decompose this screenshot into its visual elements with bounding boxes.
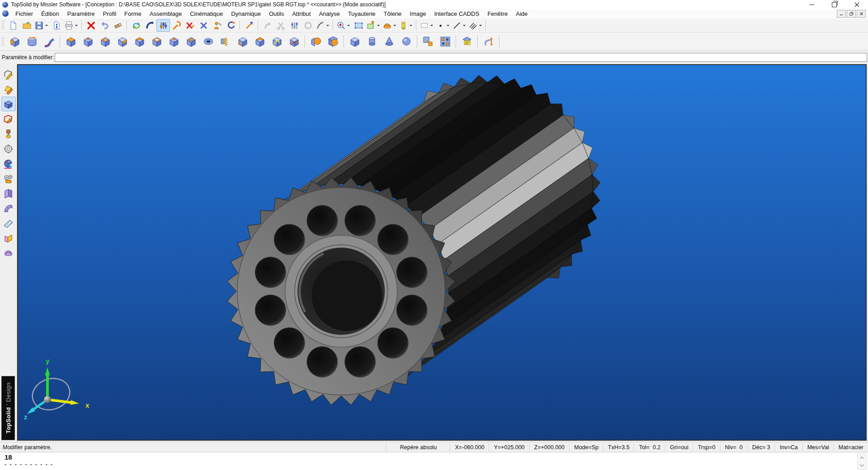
hatch-style-button[interactable] [467,19,484,32]
delete-operation-button[interactable] [184,19,197,32]
boolean-union-button[interactable] [307,33,325,50]
mode-attributes-button[interactable] [1,156,16,171]
menu-interface-cadds[interactable]: Interface CADDS [430,9,483,18]
dropdown-arrow-icon[interactable] [462,19,467,31]
kinematic-measure-button[interactable] [480,33,497,50]
analysis-curvature-button[interactable] [315,19,331,32]
dropdown-arrow-icon[interactable] [392,19,397,31]
mdi-close-button[interactable] [857,10,866,18]
mode-tools-button[interactable] [1,127,16,141]
menu-forme[interactable]: Forme [120,9,146,18]
sew-operation-button[interactable] [269,33,286,50]
detach-operation-button[interactable] [197,19,211,32]
color-style-button[interactable] [419,19,435,32]
3d-scene[interactable]: yxz [18,65,866,440]
menu-cinematique[interactable]: Cinématique [186,9,227,18]
dropdown-arrow-icon[interactable] [346,19,351,31]
save-document-button[interactable] [33,19,50,32]
selection-loop-button[interactable] [301,19,315,32]
primitive-sphere-button[interactable] [398,33,415,50]
point-style-button[interactable] [435,19,451,32]
filter-parameters-button[interactable] [288,19,301,32]
refresh-element-button[interactable] [129,19,143,32]
pocket-operation-button[interactable] [80,33,97,50]
mode-piping-button[interactable] [1,201,16,216]
cut-element-button[interactable] [274,19,288,32]
menu-fenetre[interactable]: Fenêtre [483,9,512,18]
move-copy-button[interactable] [242,19,256,32]
scroll-up-icon[interactable] [859,456,864,460]
draft-operation-button[interactable] [251,33,269,50]
viewport[interactable]: yxz [17,64,867,441]
menu-fichier[interactable]: Fichier [11,9,37,18]
toolbar-grip[interactable] [2,37,4,46]
boss-operation-button[interactable] [183,33,200,50]
hole-operation-button[interactable] [200,33,217,50]
primitive-cylinder-button[interactable] [363,33,381,50]
undo-button[interactable] [98,19,111,32]
pipe-shape-button[interactable] [41,33,58,50]
primitive-cone-button[interactable] [381,33,398,50]
menu-tuyauterie[interactable]: Tuyauterie [344,9,380,18]
mode-unfold-button[interactable] [1,231,16,245]
menu-attribut[interactable]: Attribut [288,9,315,18]
duplicate-shape-button[interactable] [420,33,437,50]
rib-operation-button[interactable] [234,33,251,50]
menu-tolerie[interactable]: Tôlerie [380,9,406,18]
mdi-minimize-button[interactable] [837,10,846,18]
line-style-button[interactable] [451,19,467,32]
mode-shape-button[interactable] [1,97,16,111]
restore-button[interactable] [823,0,845,9]
mode-visualization-button[interactable] [1,171,16,186]
dropdown-arrow-icon[interactable] [408,19,413,31]
console-scrollbar[interactable] [857,453,867,470]
step-operation-button[interactable] [114,33,131,50]
menu-dynamique[interactable]: Dynamique [227,9,265,18]
menu-analyse[interactable]: Analyse [315,9,344,18]
menu-image[interactable]: Image [406,9,430,18]
pattern-grid-button[interactable] [437,33,454,50]
hollow-operation-button[interactable] [165,33,183,50]
close-button[interactable] [845,0,868,9]
zoom-previous-button[interactable] [365,19,382,32]
parameter-input[interactable] [55,53,867,62]
reorder-operations-button[interactable] [224,19,238,32]
mode-sketch-button[interactable] [1,67,16,81]
render-style-button[interactable] [398,19,414,32]
document-properties-button[interactable] [50,19,63,32]
imprint-operation-button[interactable] [286,33,303,50]
erase-button[interactable] [111,19,125,32]
minimize-button[interactable] [800,0,823,9]
edit-entity-button[interactable] [211,19,224,32]
gear-model[interactable] [227,75,600,405]
toolbar-grip[interactable] [2,21,4,30]
repair-tool-button[interactable] [170,19,184,32]
delete-element-button[interactable] [84,19,98,32]
print-button[interactable] [63,19,80,32]
mode-dome-button[interactable] [1,246,16,260]
dropdown-arrow-icon[interactable] [376,19,381,31]
edit-function-button[interactable] [143,19,156,32]
menu-assemblage[interactable]: Assemblage [146,9,186,18]
zoom-in-button[interactable] [335,19,352,32]
title-bar[interactable]: TopSolid by Missler Software - [Concepti… [0,0,868,9]
select-previous-button[interactable] [260,19,274,32]
menu-edition[interactable]: Édition [37,9,63,18]
dropdown-arrow-icon[interactable] [429,19,434,31]
menu-profil[interactable]: Profil [99,9,120,18]
wedge-operation-button[interactable] [131,33,148,50]
boolean-subtract-button[interactable] [325,33,342,50]
modify-parameter-button[interactable] [156,19,170,32]
section-note-button[interactable] [458,33,476,50]
open-document-button[interactable] [20,19,33,32]
thread-operation-button[interactable] [217,33,234,50]
shading-mode-button[interactable] [382,19,398,32]
dropdown-arrow-icon[interactable] [44,19,49,31]
dropdown-arrow-icon[interactable] [478,19,483,31]
menu-aide[interactable]: Aide [512,9,532,18]
mode-sheet-button[interactable] [1,216,16,230]
revolved-shape-button[interactable] [24,33,41,50]
mode-profile-button[interactable] [1,82,16,96]
scroll-down-icon[interactable] [859,464,864,467]
dropdown-arrow-icon[interactable] [74,19,79,31]
